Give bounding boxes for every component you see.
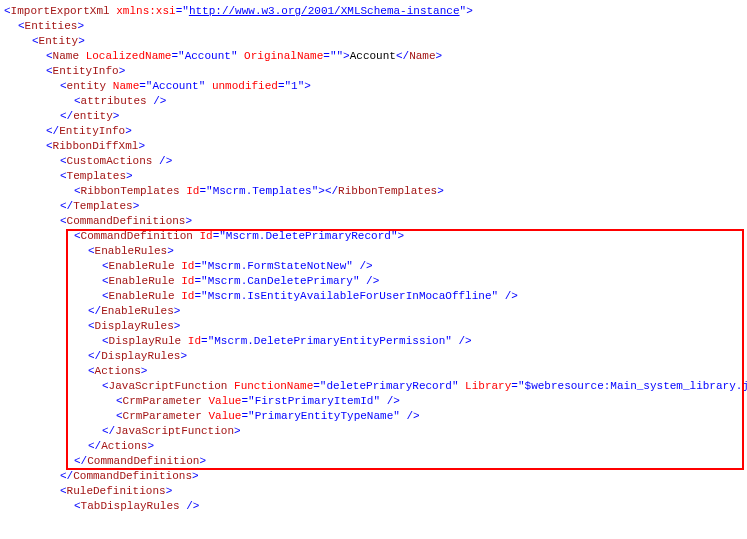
code-line: <attributes /> [4, 94, 743, 109]
code-line: </CommandDefinition> [4, 454, 743, 469]
code-line: <EnableRules> [4, 244, 743, 259]
code-line: <entity Name="Account" unmodified="1"> [4, 79, 743, 94]
code-line: <JavaScriptFunction FunctionName="delete… [4, 379, 743, 394]
code-line: <CommandDefinitions> [4, 214, 743, 229]
code-line: </EnableRules> [4, 304, 743, 319]
code-line: <Actions> [4, 364, 743, 379]
code-line: <CrmParameter Value="FirstPrimaryItemId"… [4, 394, 743, 409]
code-line: <Templates> [4, 169, 743, 184]
code-line: </entity> [4, 109, 743, 124]
code-line: </EntityInfo> [4, 124, 743, 139]
xsi-namespace-link[interactable]: http://www.w3.org/2001/XMLSchema-instanc… [189, 5, 460, 17]
code-line: <RibbonDiffXml> [4, 139, 743, 154]
code-line: </CommandDefinitions> [4, 469, 743, 484]
code-line: <CustomActions /> [4, 154, 743, 169]
code-line: <EnableRule Id="Mscrm.CanDeletePrimary" … [4, 274, 743, 289]
code-line: </Templates> [4, 199, 743, 214]
code-line: <DisplayRule Id="Mscrm.DeletePrimaryEnti… [4, 334, 743, 349]
code-line: <EnableRule Id="Mscrm.FormStateNotNew" /… [4, 259, 743, 274]
code-line: <CrmParameter Value="PrimaryEntityTypeNa… [4, 409, 743, 424]
code-line: <ImportExportXml xmlns:xsi="http://www.w… [4, 4, 743, 19]
xml-code-block: <ImportExportXml xmlns:xsi="http://www.w… [4, 4, 743, 514]
code-line: <EntityInfo> [4, 64, 743, 79]
code-line: </Actions> [4, 439, 743, 454]
code-line: <DisplayRules> [4, 319, 743, 334]
code-line: <RibbonTemplates Id="Mscrm.Templates"></… [4, 184, 743, 199]
code-line: <Entity> [4, 34, 743, 49]
code-line: <EnableRule Id="Mscrm.IsEntityAvailableF… [4, 289, 743, 304]
code-line: <Entities> [4, 19, 743, 34]
code-line: <CommandDefinition Id="Mscrm.DeletePrima… [4, 229, 743, 244]
code-line: </JavaScriptFunction> [4, 424, 743, 439]
code-line: <TabDisplayRules /> [4, 499, 743, 514]
code-line: <Name LocalizedName="Account" OriginalNa… [4, 49, 743, 64]
code-line: </DisplayRules> [4, 349, 743, 364]
code-line: <RuleDefinitions> [4, 484, 743, 499]
